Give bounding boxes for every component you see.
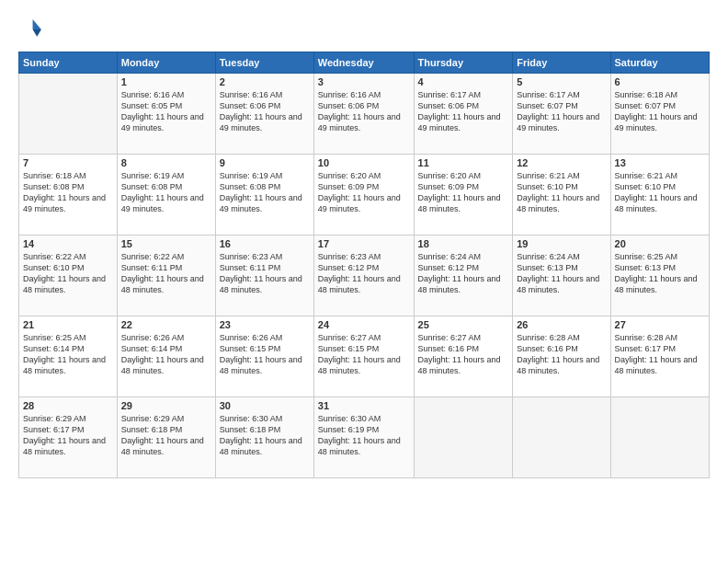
day-number: 25 [418,319,509,330]
calendar-day-cell: 21Sunrise: 6:25 AMSunset: 6:14 PMDayligh… [19,316,118,397]
day-info: Sunrise: 6:17 AMSunset: 6:06 PMDaylight:… [418,89,509,134]
day-info: Sunrise: 6:25 AMSunset: 6:14 PMDaylight:… [23,332,113,377]
day-number: 23 [220,319,310,330]
calendar-day-cell: 26Sunrise: 6:28 AMSunset: 6:16 PMDayligh… [513,316,610,397]
calendar-day-cell: 4Sunrise: 6:17 AMSunset: 6:06 PMDaylight… [414,74,513,155]
calendar-day-cell: 25Sunrise: 6:27 AMSunset: 6:16 PMDayligh… [414,316,513,397]
day-number: 8 [121,157,211,168]
calendar-day-cell: 2Sunrise: 6:16 AMSunset: 6:06 PMDaylight… [215,74,313,155]
day-number: 21 [23,319,113,330]
calendar-day-cell: 14Sunrise: 6:22 AMSunset: 6:10 PMDayligh… [19,236,118,316]
calendar-day-cell: 30Sunrise: 6:30 AMSunset: 6:18 PMDayligh… [215,397,313,478]
calendar-week-row: 28Sunrise: 6:29 AMSunset: 6:17 PMDayligh… [19,397,710,478]
calendar-day-cell: 9Sunrise: 6:19 AMSunset: 6:08 PMDaylight… [215,155,313,236]
header [18,17,710,42]
day-number: 7 [23,157,113,168]
page: SundayMondayTuesdayWednesdayThursdayFrid… [0,0,728,563]
calendar-header-wednesday: Wednesday [313,52,414,74]
calendar-day-cell: 24Sunrise: 6:27 AMSunset: 6:15 PMDayligh… [313,316,414,397]
day-number: 3 [318,76,410,87]
calendar-day-cell: 18Sunrise: 6:24 AMSunset: 6:12 PMDayligh… [414,236,513,316]
day-number: 31 [318,400,410,411]
calendar-day-cell: 5Sunrise: 6:17 AMSunset: 6:07 PMDaylight… [513,74,610,155]
calendar-day-cell: 19Sunrise: 6:24 AMSunset: 6:13 PMDayligh… [513,236,610,316]
day-info: Sunrise: 6:17 AMSunset: 6:07 PMDaylight:… [517,89,606,134]
calendar-day-cell: 16Sunrise: 6:23 AMSunset: 6:11 PMDayligh… [215,236,313,316]
day-info: Sunrise: 6:27 AMSunset: 6:16 PMDaylight:… [418,332,509,377]
day-info: Sunrise: 6:29 AMSunset: 6:17 PMDaylight:… [23,413,113,458]
day-number: 22 [121,319,211,330]
calendar-day-cell: 13Sunrise: 6:21 AMSunset: 6:10 PMDayligh… [610,155,709,236]
day-number: 19 [517,238,606,249]
calendar-day-cell: 6Sunrise: 6:18 AMSunset: 6:07 PMDaylight… [610,74,709,155]
day-info: Sunrise: 6:16 AMSunset: 6:06 PMDaylight:… [220,89,310,134]
day-info: Sunrise: 6:24 AMSunset: 6:12 PMDaylight:… [418,251,509,296]
calendar-week-row: 14Sunrise: 6:22 AMSunset: 6:10 PMDayligh… [19,236,710,316]
day-number: 26 [517,319,606,330]
day-info: Sunrise: 6:16 AMSunset: 6:05 PMDaylight:… [121,89,211,134]
calendar-day-cell: 15Sunrise: 6:22 AMSunset: 6:11 PMDayligh… [117,236,215,316]
calendar-day-cell: 20Sunrise: 6:25 AMSunset: 6:13 PMDayligh… [610,236,709,316]
calendar-day-cell: 1Sunrise: 6:16 AMSunset: 6:05 PMDaylight… [117,74,215,155]
day-number: 14 [23,238,113,249]
calendar-day-cell: 12Sunrise: 6:21 AMSunset: 6:10 PMDayligh… [513,155,610,236]
day-number: 13 [615,157,705,168]
day-info: Sunrise: 6:16 AMSunset: 6:06 PMDaylight:… [318,89,410,134]
calendar-day-cell: 17Sunrise: 6:23 AMSunset: 6:12 PMDayligh… [313,236,414,316]
day-info: Sunrise: 6:30 AMSunset: 6:18 PMDaylight:… [220,413,310,458]
day-info: Sunrise: 6:20 AMSunset: 6:09 PMDaylight:… [418,170,509,215]
day-info: Sunrise: 6:28 AMSunset: 6:16 PMDaylight:… [517,332,606,377]
day-number: 11 [418,157,509,168]
calendar-table: SundayMondayTuesdayWednesdayThursdayFrid… [18,52,710,478]
calendar-day-cell [513,397,610,478]
day-info: Sunrise: 6:19 AMSunset: 6:08 PMDaylight:… [220,170,310,215]
day-number: 17 [318,238,410,249]
day-number: 30 [220,400,310,411]
calendar-day-cell: 11Sunrise: 6:20 AMSunset: 6:09 PMDayligh… [414,155,513,236]
calendar-day-cell: 10Sunrise: 6:20 AMSunset: 6:09 PMDayligh… [313,155,414,236]
calendar-header-friday: Friday [513,52,610,74]
day-number: 4 [418,76,509,87]
day-info: Sunrise: 6:21 AMSunset: 6:10 PMDaylight:… [615,170,705,215]
calendar-day-cell: 8Sunrise: 6:19 AMSunset: 6:08 PMDaylight… [117,155,215,236]
day-number: 16 [220,238,310,249]
day-info: Sunrise: 6:27 AMSunset: 6:15 PMDaylight:… [318,332,410,377]
day-info: Sunrise: 6:30 AMSunset: 6:19 PMDaylight:… [318,413,410,458]
calendar-header-row: SundayMondayTuesdayWednesdayThursdayFrid… [19,52,710,74]
calendar-week-row: 7Sunrise: 6:18 AMSunset: 6:08 PMDaylight… [19,155,710,236]
day-info: Sunrise: 6:18 AMSunset: 6:08 PMDaylight:… [23,170,113,215]
calendar-day-cell: 31Sunrise: 6:30 AMSunset: 6:19 PMDayligh… [313,397,414,478]
calendar-header-monday: Monday [117,52,215,74]
day-number: 24 [318,319,410,330]
day-info: Sunrise: 6:26 AMSunset: 6:14 PMDaylight:… [121,332,211,377]
calendar-header-tuesday: Tuesday [215,52,313,74]
calendar-day-cell [414,397,513,478]
day-number: 28 [23,400,113,411]
svg-marker-2 [21,19,32,37]
day-number: 1 [121,76,211,87]
calendar-day-cell [19,74,118,155]
calendar-header-thursday: Thursday [414,52,513,74]
day-number: 10 [318,157,410,168]
day-info: Sunrise: 6:21 AMSunset: 6:10 PMDaylight:… [517,170,606,215]
calendar-day-cell: 3Sunrise: 6:16 AMSunset: 6:06 PMDaylight… [313,74,414,155]
day-number: 18 [418,238,509,249]
day-info: Sunrise: 6:29 AMSunset: 6:18 PMDaylight:… [121,413,211,458]
day-info: Sunrise: 6:22 AMSunset: 6:11 PMDaylight:… [121,251,211,296]
calendar-day-cell: 7Sunrise: 6:18 AMSunset: 6:08 PMDaylight… [19,155,118,236]
calendar-week-row: 21Sunrise: 6:25 AMSunset: 6:14 PMDayligh… [19,316,710,397]
day-info: Sunrise: 6:23 AMSunset: 6:12 PMDaylight:… [318,251,410,296]
day-number: 27 [615,319,705,330]
day-number: 15 [121,238,211,249]
day-info: Sunrise: 6:24 AMSunset: 6:13 PMDaylight:… [517,251,606,296]
logo [18,17,48,42]
day-number: 12 [517,157,606,168]
day-number: 29 [121,400,211,411]
day-number: 9 [220,157,310,168]
day-info: Sunrise: 6:28 AMSunset: 6:17 PMDaylight:… [615,332,705,377]
day-info: Sunrise: 6:26 AMSunset: 6:15 PMDaylight:… [220,332,310,377]
calendar-week-row: 1Sunrise: 6:16 AMSunset: 6:05 PMDaylight… [19,74,710,155]
day-info: Sunrise: 6:25 AMSunset: 6:13 PMDaylight:… [615,251,705,296]
calendar-day-cell: 27Sunrise: 6:28 AMSunset: 6:17 PMDayligh… [610,316,709,397]
calendar-header-saturday: Saturday [610,52,709,74]
